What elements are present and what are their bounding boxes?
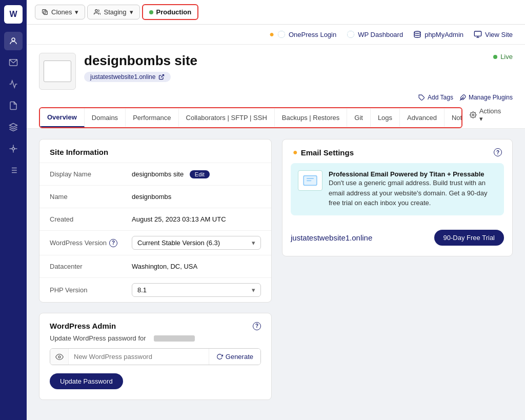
page-body: Site Information Display Name designbomb… [27,129,525,410]
trial-btn[interactable]: 90-Day Free Trial [434,230,504,246]
site-info-table: Display Name designbombs site Edit Name … [39,163,271,302]
site-name: designbombs site [84,53,485,69]
view-site-btn[interactable]: View Site [474,30,513,38]
update-password-btn[interactable]: Update Password [50,373,123,389]
manage-plugins-btn[interactable]: Manage Plugins [459,94,513,101]
utility-bar: ● OnePress Login WP Dashboard phpMyAdmin… [27,25,525,45]
sidebar-logo[interactable]: W [4,5,23,24]
site-url-badge[interactable]: justatestwebsite1.online [84,72,171,82]
svg-rect-14 [44,11,47,14]
tab-collaborators[interactable]: Collaborators | SFTP | SSH [179,109,275,127]
masked-username [154,335,195,342]
topnav: Clones ▾ Staging ▾ Production [27,0,525,25]
tab-performance[interactable]: Performance [126,109,178,127]
site-tabs-row: Overview Domains Performance Collaborato… [39,101,513,128]
svg-rect-31 [307,180,311,181]
value-wp-version[interactable]: Current Stable Version (6.3) ▾ [132,236,261,250]
site-info-title: Site Information [39,139,271,163]
value-datacenter: Washington, DC, USA [132,263,261,270]
tab-overview[interactable]: Overview [40,108,85,127]
edit-badge[interactable]: Edit [190,170,210,178]
view-site-label: View Site [485,31,513,38]
tab-domains[interactable]: Domains [85,109,126,127]
value-created: August 25, 2023 03:13 AM UTC [132,215,261,223]
wp-version-select[interactable]: Current Stable Version (6.3) ▾ [132,236,261,250]
tab-notes[interactable]: Notes [445,109,462,127]
tab-production[interactable]: Production [142,4,199,20]
sidebar-icon-document[interactable] [4,96,23,115]
tab-clones[interactable]: Clones ▾ [35,5,85,19]
actions-label: Actions ▾ [479,107,506,123]
svg-point-3 [12,148,15,150]
svg-point-0 [12,38,15,41]
right-column: ● Email Settings ? [282,139,513,400]
wp-admin-card: WordPress Admin ? Update WordPress passw… [39,313,272,400]
site-tabs: Overview Domains Performance Collaborato… [39,107,462,128]
manage-plugins-label: Manage Plugins [469,94,513,101]
password-input[interactable] [69,349,209,365]
site-info-card: Site Information Display Name designbomb… [39,139,272,303]
svg-point-19 [414,31,420,33]
email-promo-content: Professional Email Powered by Titan + Pr… [329,170,497,208]
sidebar-icon-network[interactable] [4,139,23,158]
value-display-name: designbombs site Edit [132,170,261,178]
password-eye-icon[interactable] [50,349,69,365]
password-field: Generate [50,348,261,365]
label-display-name: Display Name [50,170,132,178]
tab-production-label: Production [156,8,192,16]
sidebar-icon-layers[interactable] [4,118,23,136]
email-settings-title: ● Email Settings [293,148,354,157]
generate-btn[interactable]: Generate [209,349,260,365]
info-row-display-name: Display Name designbombs site Edit [39,163,271,185]
tab-staging-label: Staging [104,8,126,16]
add-tags-btn[interactable]: Add Tags [418,94,453,101]
site-header-actions: Add Tags Manage Plugins [39,90,513,101]
sidebar-icon-users[interactable] [4,32,23,50]
tab-advanced[interactable]: Advanced [400,109,445,127]
email-promo-body: Don't use a generic gmail address. Build… [329,178,497,208]
wp-dashboard-btn[interactable]: WP Dashboard [347,30,403,38]
wp-version-chevron: ▾ [252,239,255,247]
email-promo-title: Professional Email Powered by Titan + Pr… [329,170,497,178]
email-domain-url: justatestwebsite1.online [291,233,372,242]
tab-staging[interactable]: Staging ▾ [87,5,139,19]
wp-version-info-icon[interactable]: ? [109,239,117,247]
tab-logs[interactable]: Logs [371,109,400,127]
svg-marker-2 [10,124,17,128]
site-info: designbombs site justatestwebsite1.onlin… [84,53,485,82]
php-version-select[interactable]: 8.1 ▾ [132,283,261,297]
info-row-name: Name designbombs [39,185,271,208]
generate-label: Generate [226,353,253,361]
php-version-chevron: ▾ [252,286,255,294]
tab-clones-label: Clones [51,8,72,16]
svg-line-23 [161,75,164,78]
svg-rect-15 [43,10,46,13]
onepress-login-btn[interactable]: ● OnePress Login [269,30,336,39]
sidebar: W [0,0,27,420]
svg-rect-20 [474,31,481,36]
value-name: designbombs [132,193,261,201]
info-row-php-version: PHP Version 8.1 ▾ [39,277,271,302]
email-info-icon[interactable]: ? [494,148,502,156]
sidebar-icon-list[interactable] [4,161,23,179]
tab-git[interactable]: Git [347,109,371,127]
svg-rect-30 [307,178,314,179]
value-php-version[interactable]: 8.1 ▾ [132,283,261,297]
sidebar-icon-mail[interactable] [4,53,23,72]
wp-admin-title: WordPress Admin [50,322,116,330]
email-settings-card: ● Email Settings ? [282,139,513,256]
label-datacenter: Datacenter [50,263,132,270]
content-area: ● OnePress Login WP Dashboard phpMyAdmin… [27,25,525,420]
actions-dropdown-btn[interactable]: Actions ▾ [462,103,513,127]
wp-admin-info-icon[interactable]: ? [253,322,261,330]
add-tags-label: Add Tags [428,94,453,101]
site-status: Live [493,53,513,61]
phpmyadmin-btn[interactable]: phpMyAdmin [413,30,463,38]
site-url-text: justatestwebsite1.online [90,73,155,81]
tab-backups[interactable]: Backups | Restores [275,109,347,127]
info-row-wp-version: WordPress Version ? Current Stable Versi… [39,230,271,255]
svg-point-28 [58,356,60,358]
sidebar-icon-chart[interactable] [4,75,23,93]
main-area: Clones ▾ Staging ▾ Production ● OnePress… [27,0,525,420]
email-promo-icon [298,170,322,191]
